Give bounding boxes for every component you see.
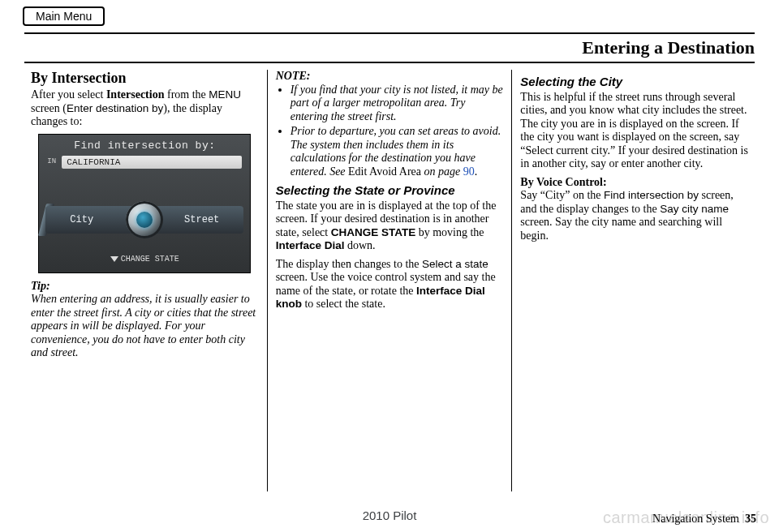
chapter-title: Entering a Destination xyxy=(582,37,755,58)
note-label: NOTE: xyxy=(276,70,311,82)
chevron-down-icon xyxy=(110,256,118,262)
text-sans: Say city name xyxy=(660,203,729,215)
nav-street-button[interactable]: Street xyxy=(184,214,219,225)
voice-control-block: By Voice Control: Say “City” on the Find… xyxy=(520,176,748,243)
section-title-by-intersection: By Intersection xyxy=(31,70,259,87)
city-paragraph-1: This is helpful if the street runs throu… xyxy=(520,91,748,171)
subhead-selecting-state: Selecting the State or Province xyxy=(276,183,504,198)
text: . xyxy=(475,165,478,178)
text-sans: MENU xyxy=(209,88,241,101)
intro-paragraph: After you select Intersection from the M… xyxy=(31,88,259,129)
text: Say “City” on the xyxy=(520,189,604,201)
column-1: By Intersection After you select Interse… xyxy=(23,70,267,491)
page-footer: 2010 Pilot Navigation System 35 xyxy=(23,513,756,526)
text: from the xyxy=(164,88,209,101)
state-paragraph-1: The state you are in is displayed at the… xyxy=(276,200,504,253)
note-list: If you find that your city is not listed… xyxy=(276,84,504,179)
text-nonitalic: Edit Avoid Area xyxy=(348,165,421,178)
manual-page: Main Menu Entering a Destination By Inte… xyxy=(0,0,779,532)
subhead-selecting-city: Selecting the City xyxy=(520,75,748,89)
text: After you select xyxy=(31,88,106,101)
footer-section: Navigation System xyxy=(652,513,739,525)
text-bold: CHANGE STATE xyxy=(331,226,416,238)
text: down. xyxy=(344,239,375,251)
text-bold: Interface Dial xyxy=(276,239,345,251)
text: screen. Say the city name and searching … xyxy=(520,216,722,242)
voice-control-label: By Voice Control: xyxy=(520,176,606,188)
text-bold: Intersection xyxy=(106,88,165,101)
note-item-1: If you find that your city is not listed… xyxy=(291,84,504,124)
footer-page-number: 35 xyxy=(745,513,756,525)
nav-city-button[interactable]: City xyxy=(70,214,93,225)
text: on page xyxy=(421,165,460,178)
text-sans: Select a state xyxy=(422,258,488,270)
text: screen ( xyxy=(31,102,67,114)
navigation-screenshot: Find intersection by: IN CALIFORNIA City… xyxy=(38,134,251,273)
state-paragraph-2: The display then changes to the Select a… xyxy=(276,258,504,311)
text-sans: Find intersection by xyxy=(604,189,699,201)
tip-block: Tip: When entering an address, it is usu… xyxy=(31,280,259,360)
nav-title: Find intersection by: xyxy=(39,135,250,152)
page-link-90[interactable]: 90 xyxy=(463,165,475,178)
note-item-2: Prior to departure, you can set areas to… xyxy=(291,125,504,178)
nav-in-label: IN xyxy=(47,157,56,166)
column-2: NOTE: If you find that your city is not … xyxy=(267,70,513,491)
main-menu-label: Main Menu xyxy=(36,10,92,23)
chapter-header-bar: Entering a Destination xyxy=(24,32,755,63)
column-3: Selecting the City This is helpful if th… xyxy=(512,70,756,491)
nav-change-state[interactable]: CHANGE STATE xyxy=(39,255,250,264)
content-columns: By Intersection After you select Interse… xyxy=(23,70,756,491)
tip-label: Tip: xyxy=(31,280,50,292)
text-sans: Enter destination by xyxy=(67,102,163,114)
nav-state-field: CALIFORNIA xyxy=(62,156,242,169)
tip-body: When entering an address, it is usually … xyxy=(31,293,256,358)
text: to select the state. xyxy=(302,298,385,310)
footer-right: Navigation System 35 xyxy=(652,513,756,526)
nav-change-state-label: CHANGE STATE xyxy=(121,255,179,264)
main-menu-button[interactable]: Main Menu xyxy=(23,6,105,26)
text: by moving the xyxy=(415,226,484,238)
text: The display then changes to the xyxy=(276,258,422,270)
footer-model: 2010 Pilot xyxy=(23,508,756,522)
interface-dial-icon xyxy=(126,201,163,238)
